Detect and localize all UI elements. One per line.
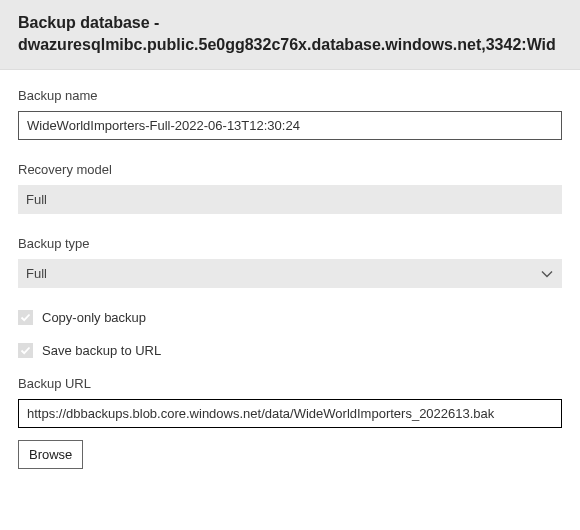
- dialog-content: Backup name Recovery model Full Backup t…: [0, 70, 580, 469]
- backup-url-label: Backup URL: [18, 376, 562, 391]
- recovery-model-field: Recovery model Full: [18, 162, 562, 214]
- backup-type-field: Backup type Full: [18, 236, 562, 288]
- title-line-1: Backup database -: [18, 14, 159, 31]
- backup-type-value: Full: [26, 266, 47, 281]
- backup-type-label: Backup type: [18, 236, 562, 251]
- save-to-url-label: Save backup to URL: [42, 343, 161, 358]
- backup-name-input[interactable]: [18, 111, 562, 140]
- backup-name-field: Backup name: [18, 88, 562, 140]
- backup-type-select[interactable]: Full: [18, 259, 562, 288]
- dialog-title: Backup database - dwazuresqlmibc.public.…: [18, 12, 562, 55]
- browse-button[interactable]: Browse: [18, 440, 83, 469]
- title-line-2: dwazuresqlmibc.public.5e0gg832c76x.datab…: [18, 36, 556, 53]
- copy-only-label: Copy-only backup: [42, 310, 146, 325]
- recovery-model-value: Full: [18, 185, 562, 214]
- chevron-down-icon: [540, 267, 554, 281]
- recovery-model-label: Recovery model: [18, 162, 562, 177]
- backup-url-input[interactable]: [18, 399, 562, 428]
- copy-only-row: Copy-only backup: [18, 310, 562, 325]
- copy-only-checkbox[interactable]: [18, 310, 33, 325]
- save-to-url-row: Save backup to URL: [18, 343, 562, 358]
- save-to-url-checkbox[interactable]: [18, 343, 33, 358]
- backup-name-label: Backup name: [18, 88, 562, 103]
- backup-url-field: Backup URL: [18, 376, 562, 428]
- dialog-header: Backup database - dwazuresqlmibc.public.…: [0, 0, 580, 70]
